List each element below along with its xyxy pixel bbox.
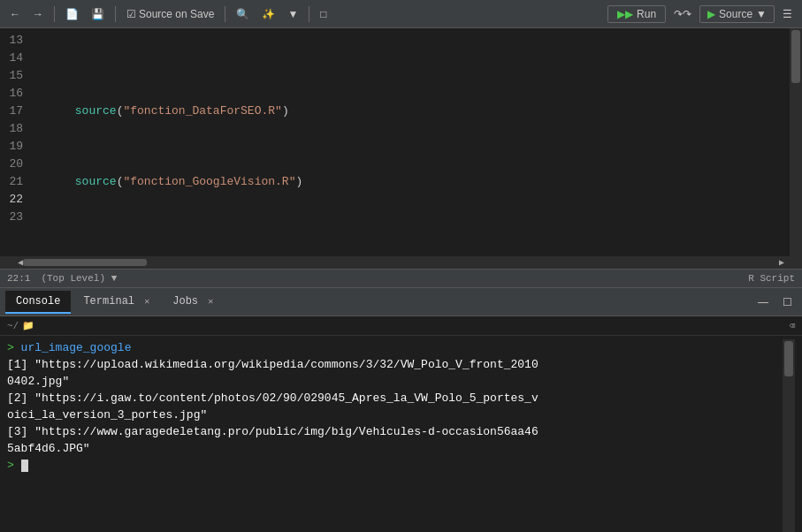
scrollbar-thumb[interactable] — [791, 30, 800, 83]
line-num-21: 21 — [7, 173, 23, 191]
status-bar: 22:1 (Top Level) ▼ R Script — [0, 269, 802, 288]
format-button[interactable]: □ — [316, 6, 331, 22]
output-line-2: 0402.jpg" — [7, 373, 783, 390]
line-num-20: 20 — [7, 156, 23, 173]
tab-jobs[interactable]: Jobs ✕ — [162, 291, 224, 314]
jobs-close-icon[interactable]: ✕ — [208, 297, 213, 307]
scroll-right-icon[interactable]: ▶ — [779, 257, 784, 268]
minimize-console-button[interactable]: — — [753, 294, 773, 310]
folder-icon: 📁 — [22, 320, 34, 331]
console-prompt-line: > url_image_google — [7, 339, 783, 356]
paren-2: ) — [282, 104, 289, 118]
source-fn-1: source — [75, 104, 117, 118]
console-scrollbar-v[interactable] — [783, 339, 795, 532]
code-editor[interactable]: 13 14 15 16 17 18 19 20 21 22 23 source(… — [0, 28, 802, 256]
output-text-5: [3] "https://www.garagedeletang.pro/publ… — [7, 425, 538, 438]
console-final-prompt[interactable]: > — [7, 457, 783, 474]
dropdown-arrow[interactable]: ▼ — [283, 6, 302, 22]
output-line-1: [1] "https://upload.wikimedia.org/wikipe… — [7, 356, 783, 373]
menu-button[interactable]: ☰ — [778, 6, 797, 22]
output-line-5: [3] "https://www.garagedeletang.pro/publ… — [7, 423, 783, 440]
cursor-position: 22:1 — [7, 273, 30, 284]
source-arrow-icon: ▶ — [707, 8, 715, 20]
separator-2 — [115, 6, 116, 22]
save-icon: 💾 — [91, 8, 104, 20]
output-line-6: 5abf4d6.JPG" — [7, 440, 783, 457]
console-scrollbar-thumb[interactable] — [784, 341, 793, 376]
separator-4 — [309, 6, 309, 22]
line-numbers: 13 14 15 16 17 18 19 20 21 22 23 — [0, 28, 34, 256]
code-line-14: source("fonction_GoogleVision.R") — [34, 156, 790, 173]
line-num-19: 19 — [7, 138, 23, 156]
terminal-tab-label: Terminal — [83, 295, 134, 308]
source-on-save-checkbox[interactable]: ☑ Source on Save — [122, 6, 218, 22]
prompt-symbol: > — [7, 341, 21, 354]
run-icon: ▶▶ — [617, 8, 633, 20]
magic-wand-button[interactable]: ✨ — [257, 6, 279, 22]
checkbox-icon: ☑ — [126, 8, 136, 20]
hscroll-thumb[interactable] — [23, 259, 147, 266]
editor-toolbar: ← → 📄 💾 ☑ Source on Save 🔍 ✨ ▼ □ ▶▶ Run … — [0, 0, 802, 28]
back-button[interactable]: ← — [5, 6, 25, 22]
source-fn-2: source — [75, 175, 117, 188]
output-text-2: 0402.jpg" — [7, 375, 69, 388]
terminal-close-icon[interactable]: ✕ — [144, 297, 149, 307]
code-line-13: source("fonction_DataForSEO.R") — [34, 85, 790, 103]
hscroll-track[interactable] — [23, 259, 779, 266]
code-lines[interactable]: source("fonction_DataForSEO.R") source("… — [34, 28, 790, 256]
magic-wand-icon: ✨ — [262, 8, 275, 20]
line-num-17: 17 — [7, 103, 23, 120]
source-dropdown-icon: ▼ — [756, 8, 767, 20]
line-num-23: 23 — [7, 209, 23, 226]
console-output: > url_image_google [1] "https://upload.w… — [7, 339, 783, 532]
output-text-3: [2] "https://i.gaw.to/content/photos/02/… — [7, 391, 538, 405]
line-num-22: 22 — [7, 191, 23, 209]
rerun-icon: ↷↷ — [674, 8, 691, 20]
cwd-path: ~/ — [7, 321, 19, 331]
save-button[interactable]: 💾 — [87, 6, 109, 22]
prompt-command: url_image_google — [21, 341, 132, 354]
line-num-18: 18 — [7, 120, 23, 138]
line-num-16: 16 — [7, 85, 23, 103]
format-icon: □ — [320, 8, 326, 20]
console-body[interactable]: > url_image_google [1] "https://upload.w… — [0, 336, 802, 532]
console-toolbar-right: ⌫ — [789, 320, 795, 331]
scope-indicator: (Top Level) ▼ — [41, 273, 117, 284]
line-num-13: 13 — [7, 32, 23, 49]
search-button[interactable]: 🔍 — [232, 6, 254, 22]
tab-console[interactable]: Console — [5, 291, 71, 314]
string-1: "fonction_DataForSEO.R" — [123, 104, 281, 118]
source-label: Source — [719, 8, 752, 20]
output-text-1: [1] "https://upload.wikimedia.org/wikipe… — [7, 358, 538, 371]
run-label: Run — [637, 8, 656, 20]
console-tab-label: Console — [16, 295, 60, 308]
new-script-icon: 📄 — [65, 8, 79, 20]
clear-console-icon[interactable]: ⌫ — [789, 321, 795, 331]
source-on-save-label: Source on Save — [139, 8, 214, 20]
editor-hscrollbar[interactable]: ◀ ▶ — [0, 256, 802, 269]
console-tabs-bar: Console Terminal ✕ Jobs ✕ — ☐ — [0, 288, 802, 316]
run-button[interactable]: ▶▶ Run — [607, 5, 666, 23]
code-line-15 — [34, 226, 790, 244]
separator-3 — [225, 6, 225, 22]
output-text-4: oici_la_version_3_portes.jpg" — [7, 408, 207, 422]
editor-scrollbar-v[interactable] — [790, 28, 802, 256]
line-num-15: 15 — [7, 67, 23, 85]
menu-icon: ☰ — [783, 8, 792, 20]
console-toolbar: ~/ 📁 ⌫ — [0, 316, 802, 336]
toolbar-right: ▶▶ Run ↷↷ ▶ Source ▼ ☰ — [607, 5, 797, 23]
output-line-4: oici_la_version_3_portes.jpg" — [7, 407, 783, 423]
search-icon: 🔍 — [236, 8, 249, 20]
output-line-3: [2] "https://i.gaw.to/content/photos/02/… — [7, 390, 783, 407]
new-script-button[interactable]: 📄 — [61, 6, 83, 22]
separator-1 — [54, 6, 55, 22]
scope-dropdown-icon[interactable]: ▼ — [111, 273, 118, 284]
line-num-14: 14 — [7, 49, 23, 67]
source-button[interactable]: ▶ Source ▼ — [699, 5, 775, 23]
string-2: "fonction_GoogleVision.R" — [123, 175, 295, 188]
maximize-console-button[interactable]: ☐ — [778, 294, 797, 310]
rerun-button[interactable]: ↷↷ — [669, 6, 696, 22]
forward-button[interactable]: → — [28, 6, 48, 22]
tab-terminal[interactable]: Terminal ✕ — [73, 291, 160, 314]
console-cursor — [21, 460, 28, 472]
